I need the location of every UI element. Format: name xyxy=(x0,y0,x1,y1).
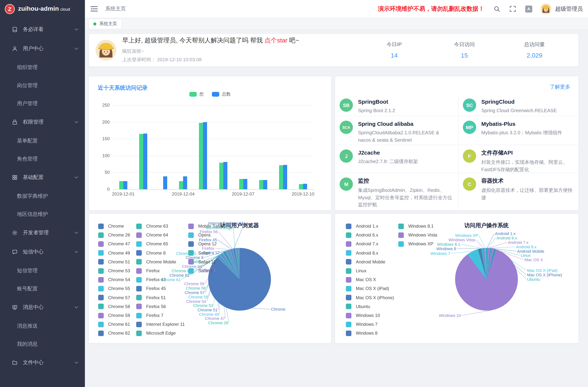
star-link[interactable]: 点个star xyxy=(264,37,288,44)
sidebar-subitem[interactable]: 短信管理 xyxy=(0,262,85,280)
sidebar-item[interactable]: 用户中心 xyxy=(0,39,85,58)
folder-icon xyxy=(12,360,18,366)
legend-item[interactable]: Windows 10 xyxy=(346,312,380,318)
legend-swatch xyxy=(136,304,142,309)
legend-item[interactable]: Android 6.x xyxy=(346,232,378,238)
legend-item[interactable]: Chrome 53 xyxy=(98,268,130,274)
legend-label: Chrome 61 xyxy=(108,322,130,327)
legend-item[interactable]: Firefox 45 xyxy=(136,286,166,292)
sidebar-subitem[interactable]: 数据字典维护 xyxy=(0,187,85,205)
legend-item[interactable]: Android 1.x xyxy=(346,223,378,229)
legend-item[interactable]: Mac OS X xyxy=(346,277,376,283)
username[interactable]: 超级管理员 xyxy=(555,5,583,12)
legend-item[interactable]: Firefox xyxy=(136,268,160,274)
legend-item[interactable]: Mac OS X (iPad) xyxy=(346,286,389,292)
pie-callout-label: Chrome 49 xyxy=(199,312,219,317)
stat-value: 2,029 xyxy=(499,52,569,59)
legend-swatch xyxy=(98,223,104,229)
sidebar-subitem[interactable]: 岗位管理 xyxy=(0,76,85,94)
legend-item[interactable]: Chrome 47 xyxy=(98,241,130,247)
legend-item[interactable]: Windows Vista xyxy=(398,232,437,238)
legend-item[interactable]: Chrome 54 xyxy=(98,277,130,283)
learn-more-link[interactable]: 了解更多 xyxy=(550,84,570,90)
legend-item[interactable]: Internet Explorer 11 xyxy=(136,321,185,327)
legend-item[interactable]: Android 8.x xyxy=(346,250,378,256)
search-icon[interactable] xyxy=(494,5,500,12)
sidebar-subitem[interactable]: 地区信息维护 xyxy=(0,205,85,223)
pie-callout-label: Chrome 63 xyxy=(172,268,192,273)
sidebar-subitem[interactable]: 菜单配置 xyxy=(0,132,85,150)
legend-item[interactable]: Firefox 51 xyxy=(136,295,166,301)
legend-item[interactable]: Chrome 26 xyxy=(98,232,130,238)
legend-item[interactable]: Chrome 62 xyxy=(98,330,130,336)
logo-icon: Z xyxy=(5,4,15,14)
legend-item[interactable]: Chrome 8 xyxy=(136,250,166,256)
sidebar-item-label: 开发者管理 xyxy=(23,229,75,236)
sidebar-subitem[interactable]: 角色管理 xyxy=(0,150,85,168)
legend-item[interactable]: Chrome 49 xyxy=(98,250,130,256)
legend-item[interactable]: Mac OS X (iPhone) xyxy=(346,295,394,301)
legend-item[interactable]: Chrome xyxy=(98,223,124,229)
legend-swatch xyxy=(136,232,142,238)
legend-item[interactable]: Chrome Mobile xyxy=(136,259,176,265)
sidebar-item[interactable]: 权限管理 xyxy=(0,113,85,132)
legend-label: Android 1.x xyxy=(356,224,378,229)
legend-item[interactable]: Microsoft Edge xyxy=(136,330,176,336)
y-axis-label: 50 xyxy=(95,170,110,175)
legend-item[interactable]: Chrome 64 xyxy=(136,232,168,238)
demo-warning-text: 演示环境维护不易，请勿乱删乱改数据！ xyxy=(378,5,484,13)
legend-item[interactable]: Android 7.x xyxy=(346,241,378,247)
app-logo[interactable]: Z zuihou-admincloud xyxy=(0,0,85,18)
sidebar-item[interactable]: 消息中心 xyxy=(0,298,85,317)
legend-item[interactable]: Android Mobile xyxy=(346,259,385,265)
tech-item: C容器技术虚拟化容器技术，让迁移、部署更加方便快捷 xyxy=(458,173,578,210)
pie-callout-label: Chrome 62 xyxy=(169,273,189,277)
legend-label: Chrome 57 xyxy=(108,295,130,300)
legend-item[interactable]: Chrome 57 xyxy=(98,295,130,301)
legend-item[interactable]: Chrome 55 xyxy=(98,286,130,292)
sidebar-subitem[interactable]: 组织管理 xyxy=(0,58,85,76)
pie-callout-label: Mac OS X (iPad) xyxy=(527,268,558,273)
legend-item[interactable]: Firefox 7 xyxy=(136,312,163,318)
user-avatar[interactable] xyxy=(540,3,551,14)
gridline xyxy=(113,105,313,105)
x-axis-label: 2019-12-04 xyxy=(168,191,198,197)
legend-swatch xyxy=(136,322,142,327)
breadcrumb[interactable]: 系统主页 xyxy=(105,5,126,12)
sidebar-item[interactable]: 开发者管理 xyxy=(0,223,85,242)
tech-item-title: Spring Cloud alibaba xyxy=(358,121,453,127)
collapse-menu-icon[interactable] xyxy=(90,6,98,12)
legend-item[interactable]: Windows 7 xyxy=(346,321,378,327)
sidebar-subitem[interactable]: 消息推送 xyxy=(0,317,85,335)
legend-item[interactable]: Windows 8 xyxy=(346,330,378,336)
legend-item[interactable]: Linux xyxy=(346,268,366,274)
legend-item[interactable]: Chrome 58 xyxy=(98,304,130,309)
legend-item[interactable]: Ubuntu xyxy=(346,304,370,309)
legend-swatch xyxy=(346,322,351,327)
tab-home[interactable]: 系统主页 xyxy=(89,19,122,29)
legend-label: Firefox 7 xyxy=(146,313,163,318)
sidebar-item[interactable]: 短信中心 xyxy=(0,242,85,262)
legend-item[interactable]: Chrome 51 xyxy=(98,259,130,265)
pie-callout-label: Chrome 64 xyxy=(182,264,202,268)
fullscreen-icon[interactable] xyxy=(509,5,516,12)
sidebar-item-label: 消息中心 xyxy=(23,304,75,311)
sidebar-subitem[interactable]: 我的消息 xyxy=(0,335,85,353)
legend-item[interactable]: Chrome 65 xyxy=(136,241,168,247)
legend-item[interactable]: Chrome 63 xyxy=(136,223,168,229)
legend-item[interactable]: Firefox 56 xyxy=(136,304,166,309)
legend-swatch xyxy=(98,313,104,318)
sidebar-item[interactable]: 文件中心 xyxy=(0,353,85,372)
sidebar-item[interactable]: 基础配置 xyxy=(0,168,85,187)
sidebar-subitem[interactable]: 账号配置 xyxy=(0,280,85,298)
font-size-icon[interactable]: A xyxy=(525,5,532,12)
legend-item[interactable]: Windows XP xyxy=(398,241,433,247)
legend-swatch xyxy=(98,268,104,274)
sidebar-subitem[interactable]: 用户管理 xyxy=(0,94,85,113)
legend-item[interactable]: Chrome 61 xyxy=(98,321,130,327)
x-axis-label: 2019-12-01 xyxy=(108,191,138,197)
sidebar-item[interactable]: 务必详看 xyxy=(0,20,85,39)
legend-swatch xyxy=(98,241,104,247)
greeting-card: 早上好, 超级管理员, 今天帮别人解决问题了吗 帮我 点个star 吧~ 疯狂加… xyxy=(89,34,579,67)
legend-item[interactable]: Chrome 59 xyxy=(98,312,130,318)
